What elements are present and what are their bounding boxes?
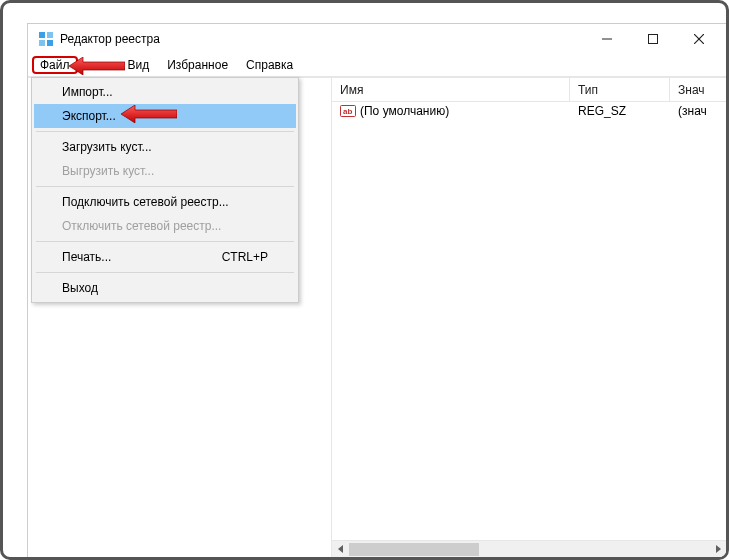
menu-separator: [36, 186, 294, 187]
app-icon: [38, 31, 54, 47]
menu-item-unload-hive: Выгрузить куст...: [34, 159, 296, 183]
menu-help[interactable]: Справка: [238, 56, 301, 74]
window-title: Редактор реестра: [60, 32, 160, 46]
horizontal-scrollbar[interactable]: [332, 540, 726, 557]
menu-separator: [36, 272, 294, 273]
row-name: (По умолчанию): [360, 104, 449, 118]
svg-rect-1: [47, 32, 53, 38]
svg-rect-0: [39, 32, 45, 38]
menu-file[interactable]: Файл: [32, 56, 78, 74]
menu-favorites[interactable]: Избранное: [159, 56, 236, 74]
menu-item-connect-network[interactable]: Подключить сетевой реестр...: [34, 190, 296, 214]
minimize-button[interactable]: [584, 24, 630, 54]
row-type: REG_SZ: [570, 104, 670, 118]
file-menu-dropdown: Импорт... Экспорт... Загрузить куст... В…: [31, 77, 299, 303]
menu-item-export[interactable]: Экспорт...: [34, 104, 296, 128]
menu-separator: [36, 241, 294, 242]
menu-item-load-hive[interactable]: Загрузить куст...: [34, 135, 296, 159]
column-header-type[interactable]: Тип: [570, 78, 670, 101]
svg-marker-10: [338, 545, 343, 553]
svg-marker-11: [716, 545, 721, 553]
svg-text:ab: ab: [343, 107, 352, 116]
scroll-thumb[interactable]: [349, 543, 479, 556]
scroll-track[interactable]: [349, 541, 709, 558]
menu-item-disconnect-network: Отключить сетевой реестр...: [34, 214, 296, 238]
scroll-right-arrow[interactable]: [709, 541, 726, 558]
titlebar: Редактор реестра: [28, 24, 726, 54]
list-header: Имя Тип Знач: [332, 78, 726, 102]
menu-item-exit[interactable]: Выход: [34, 276, 296, 300]
list-row[interactable]: ab (По умолчанию) REG_SZ (знач: [332, 102, 726, 120]
menubar: Файл Вид Избранное Справка: [28, 54, 726, 76]
string-value-icon: ab: [340, 104, 356, 118]
menu-separator: [36, 131, 294, 132]
column-header-value[interactable]: Знач: [670, 78, 726, 101]
menu-item-import[interactable]: Импорт...: [34, 80, 296, 104]
print-shortcut: CTRL+P: [202, 250, 268, 264]
row-value: (знач: [670, 104, 726, 118]
menu-view[interactable]: Вид: [120, 56, 158, 74]
svg-rect-5: [649, 35, 658, 44]
close-button[interactable]: [676, 24, 722, 54]
menu-item-print[interactable]: Печать... CTRL+P: [34, 245, 296, 269]
column-header-name[interactable]: Имя: [332, 78, 570, 101]
scroll-left-arrow[interactable]: [332, 541, 349, 558]
svg-rect-2: [39, 40, 45, 46]
svg-rect-3: [47, 40, 53, 46]
list-pane: Имя Тип Знач ab (По умолчанию) REG_SZ (з…: [332, 78, 726, 557]
maximize-button[interactable]: [630, 24, 676, 54]
